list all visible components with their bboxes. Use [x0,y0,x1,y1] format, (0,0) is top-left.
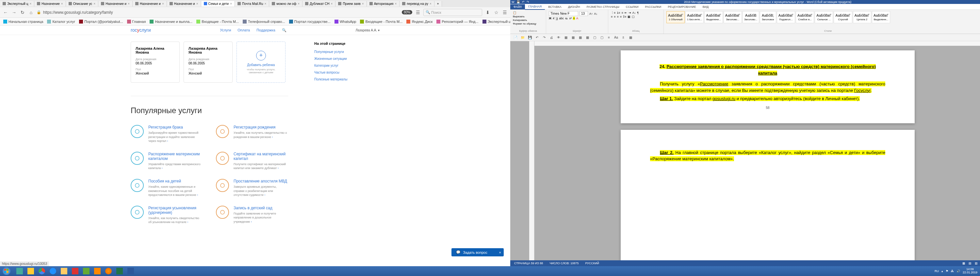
search-icon[interactable]: 🔍 [282,28,286,32]
person-card[interactable]: Лазарева Арина Яновна Дата рождения 08.0… [184,41,232,83]
browser-tab[interactable]: Описание ус× [66,1,99,6]
download-icon[interactable]: ⬇ [485,10,491,15]
close-icon[interactable]: × [395,2,397,6]
nav-payment[interactable]: Оплата [237,28,250,32]
style-item[interactable]: АаБбВвГСлабое в... [796,11,814,23]
close-icon[interactable]: × [196,2,198,6]
style-item[interactable]: АаБбВЗаголово... [743,11,759,23]
service-title[interactable]: Регистрация рождения [234,125,288,129]
bookmark-item[interactable]: Входящие - Почта М... [360,20,402,24]
reader-icon[interactable]: ☰ [415,10,421,15]
redo-icon[interactable]: ↷ [527,0,529,3]
service-title[interactable]: Пособия на детей [148,179,203,183]
browser-tab[interactable]: Назначение и× [98,1,133,6]
qat-icon[interactable]: ↶ [535,35,540,40]
add-child-card[interactable]: + Добавить ребенка чтобы получать услуги… [237,41,285,83]
shading-icon[interactable]: ▦ [627,15,630,18]
numbering-icon[interactable]: 1≡ [617,11,620,14]
qat-icon[interactable]: ▦ [585,35,590,40]
language-status[interactable]: РУССКИЙ [585,262,599,265]
browser-tab[interactable]: Семья и дети× [201,1,235,6]
borders-icon[interactable]: ▢ [632,15,635,18]
bullets-icon[interactable]: ⋮≡ [611,11,616,14]
zoom-badge[interactable]: 80% [402,10,412,14]
ie-icon[interactable] [48,267,58,275]
qat-icon[interactable]: 👁 [556,35,561,40]
bookmark-item[interactable]: Телефонный справо... [243,20,285,24]
home-button[interactable]: ⌂ [28,10,34,15]
excel-icon[interactable] [115,267,125,275]
qat-icon[interactable]: ▦ [628,35,633,40]
nav-support[interactable]: Поддержка [256,28,275,32]
ribbon-tab[interactable]: ССЫЛКИ [623,4,642,10]
person-card[interactable]: Лазарева Алена Яновна Дата рождения 08.0… [130,41,180,83]
paste-button[interactable]: 📋 [513,11,517,14]
strike-button[interactable]: abc [559,17,564,20]
qat-icon[interactable]: ▢ [599,35,605,40]
justify-icon[interactable]: ≡ [620,15,622,18]
close-icon[interactable]: × [29,2,31,6]
close-icon[interactable]: × [264,2,266,6]
browser-tab[interactable]: Экспертный ц× [0,1,34,6]
doc-page[interactable]: 24. Рассмотрение заявления о распоряжени… [620,50,915,123]
bookmark-item[interactable]: Входящие - Почта М... [196,20,239,24]
style-item[interactable]: АаБбВвГВыделенн... [872,11,890,23]
bookmark-item[interactable]: Яндекс.Диск [406,20,433,24]
align-center-icon[interactable]: ≡ [614,15,616,18]
shrink-font-icon[interactable]: A↓ [594,12,598,15]
indent-dec-icon[interactable]: ⇤ [625,11,627,14]
close-icon[interactable]: × [331,2,333,6]
line-spacing-icon[interactable]: ‡≡ [623,15,626,18]
format-painter[interactable]: Формат по образцу [513,22,536,25]
qat-icon[interactable]: ▦ [570,35,576,40]
user-menu[interactable]: Лазарева А.А. ▾ [355,29,380,32]
forward-button[interactable]: → [11,10,17,15]
bookmark-item[interactable]: Начальная страница [3,20,43,24]
chrome-icon[interactable] [37,267,47,275]
action-center-icon[interactable]: ⚑ [946,270,948,273]
superscript-button[interactable]: x² [569,17,572,20]
browser-tab[interactable]: Почта Mail.Ru× [235,1,269,6]
save-icon[interactable]: 💾 [517,0,520,3]
app-icon[interactable] [14,267,25,275]
service-title[interactable]: Сертификат на материнский капитал [234,152,288,161]
tc-icon[interactable] [25,267,36,275]
qat-icon[interactable]: 📄 [513,35,518,40]
close-icon[interactable]: × [362,2,364,6]
style-item[interactable]: АаБбВ;Заголовок [760,11,776,23]
grow-font-icon[interactable]: A↑ [589,12,593,15]
bold-button[interactable]: Ж [549,17,551,20]
bookmark-item[interactable]: WhatsApp [334,20,356,24]
firefox-icon[interactable] [103,267,114,275]
page-status[interactable]: СТРАНИЦА 59 ИЗ 88 [514,262,543,265]
search-box[interactable]: 🔍 Поиск [423,9,482,16]
menu-icon[interactable]: ☰ [502,10,508,15]
explorer-icon[interactable] [59,267,69,275]
browser-tab[interactable]: Назначение× [34,1,66,6]
bookmarks-icon[interactable]: ☆ [493,10,499,15]
style-item[interactable]: АаБбВвГ1 Без инте... [685,11,704,23]
app-icon[interactable] [81,267,91,275]
browser-tab[interactable]: Прием заяв× [336,1,366,6]
url-bar[interactable]: 🔒 https://www.gosuslugi.ru/category/fami… [37,10,399,15]
qat-icon[interactable]: ▦ [563,35,568,40]
underline-button[interactable]: Ч [556,17,558,20]
undo-icon[interactable]: ↶ [522,0,525,3]
service-title[interactable]: Регистрация усыновления (удочерения) [148,206,203,215]
ribbon-tab[interactable]: ВСТАВКА [545,4,565,10]
close-icon[interactable]: × [499,250,501,254]
qat-icon[interactable]: 💾 [527,35,533,40]
copy-button[interactable]: Копировать [513,19,527,22]
close-icon[interactable]: × [61,2,63,6]
style-item[interactable]: АаБбВвГ1 Обычный [667,11,685,23]
network-icon[interactable]: 🖧 [951,270,954,273]
font-name-select[interactable]: Times New F [549,11,578,16]
close-icon[interactable]: × [128,2,130,6]
style-item[interactable]: АаБбВвГСтрогий [834,11,852,23]
font-size-select[interactable]: 13 [579,11,588,16]
italic-button[interactable]: К [553,17,554,20]
align-right-icon[interactable]: ≡ [617,15,619,18]
font-color-button[interactable]: A [576,17,578,20]
volume-icon[interactable]: 🔊 [956,270,960,273]
ribbon-tab[interactable]: РАЗМЕТКА СТРАНИЦЫ [584,4,623,10]
